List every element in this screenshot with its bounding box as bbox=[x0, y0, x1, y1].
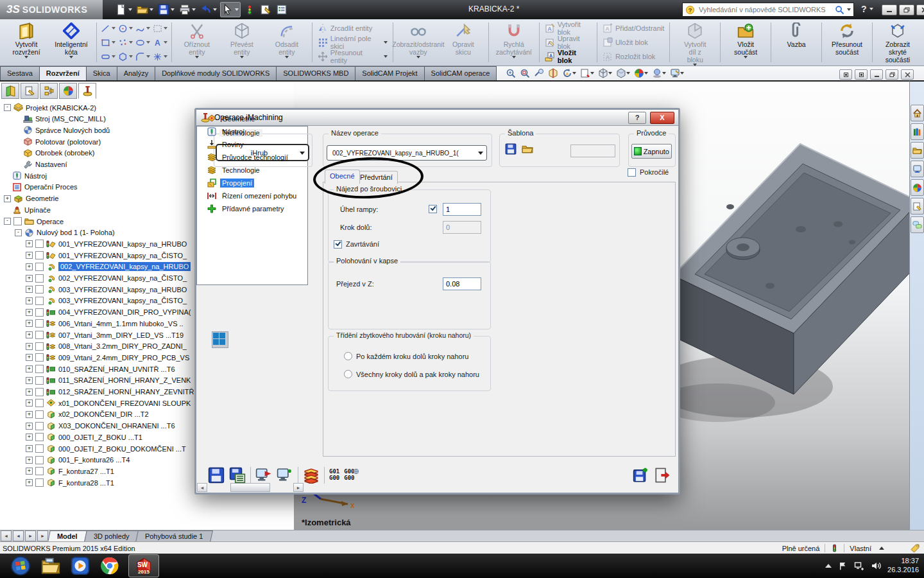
tab-obecne[interactable]: Obecné bbox=[325, 170, 360, 184]
expand-icon[interactable]: + bbox=[26, 389, 33, 396]
tree-item-checkbox[interactable] bbox=[35, 251, 44, 259]
tree-item[interactable]: +Geometrie bbox=[4, 193, 58, 204]
doc-nav-first[interactable]: ◄ bbox=[1, 530, 12, 541]
home-pane-button[interactable] bbox=[911, 105, 924, 121]
expand-icon[interactable]: + bbox=[26, 309, 33, 316]
dropdown-caret-icon[interactable] bbox=[572, 72, 576, 74]
ribbon-button[interactable]: Přesunout entity bbox=[315, 50, 390, 63]
display-style-button[interactable] bbox=[616, 68, 630, 78]
dropdown-caret-icon[interactable] bbox=[146, 55, 150, 58]
ribbon-button[interactable]: Zobrazit/odstranit vazby bbox=[396, 21, 441, 64]
expand-icon[interactable]: + bbox=[26, 275, 33, 282]
dialog-tree-item[interactable]: Nástroj bbox=[198, 125, 246, 138]
chrome-taskbar-icon[interactable] bbox=[100, 556, 119, 575]
doc-tab-pohybov-studie-1[interactable]: Pohybová studie 1 bbox=[136, 530, 213, 542]
tree-item[interactable]: -Nulový bod 1 (1- Poloha) bbox=[15, 227, 115, 238]
tree-item-checkbox[interactable] bbox=[35, 422, 44, 430]
tree-item[interactable]: +001_F_kontura26 ...T4 bbox=[26, 455, 130, 466]
tree-item[interactable]: +004_VYFREZOVANI_DIR_PRO_VYPINA( bbox=[26, 307, 191, 318]
tab-anal-zy[interactable]: Analýzy bbox=[117, 66, 156, 80]
dropdown-caret-icon[interactable] bbox=[235, 8, 239, 11]
save-button[interactable] bbox=[157, 3, 176, 17]
dropdown-caret-icon[interactable] bbox=[164, 55, 167, 58]
open-button[interactable] bbox=[135, 3, 155, 17]
close-button[interactable] bbox=[916, 4, 924, 15]
expand-icon[interactable]: + bbox=[26, 423, 33, 430]
tree-item[interactable]: +010_SRAŽENÍ_HRAN_UVNITŘ ...T6 bbox=[26, 363, 175, 374]
new-doc-button[interactable] bbox=[114, 3, 133, 17]
shadows-button[interactable] bbox=[652, 68, 666, 78]
appearances-pane-button[interactable] bbox=[911, 179, 924, 196]
annotation-view-button[interactable] bbox=[580, 68, 594, 78]
tree-item[interactable]: Nástroj bbox=[4, 170, 47, 181]
dropdown-caret-icon[interactable] bbox=[146, 27, 150, 30]
expand-icon[interactable]: + bbox=[26, 434, 33, 441]
tree-item-checkbox[interactable] bbox=[35, 456, 44, 464]
tree-item-checkbox[interactable] bbox=[35, 353, 44, 362]
configuration-label[interactable]: Vlastní bbox=[850, 545, 871, 552]
ribbon-button[interactable]: Lineární pole skici bbox=[315, 36, 390, 49]
scene-button[interactable] bbox=[634, 68, 648, 78]
ribbon-button[interactable]: Přesunout součást bbox=[825, 21, 869, 64]
ribbon-button[interactable]: AUpravit blok bbox=[542, 36, 594, 49]
ribbon-button[interactable]: Vložit součást bbox=[723, 21, 768, 64]
minimize-button[interactable] bbox=[882, 4, 897, 15]
resources-pane-button[interactable] bbox=[911, 123, 924, 140]
dropdown-caret-icon[interactable] bbox=[195, 56, 199, 58]
dropdown-caret-icon[interactable] bbox=[150, 8, 153, 11]
spline-tool[interactable] bbox=[134, 21, 151, 35]
tree-item[interactable]: Polotovar (polotovar) bbox=[15, 136, 101, 147]
expand-icon[interactable]: + bbox=[26, 331, 33, 338]
ramp-angle-field[interactable] bbox=[443, 203, 481, 216]
ramp-angle-checkbox[interactable] bbox=[429, 205, 437, 213]
doc-nav-last[interactable]: ► bbox=[37, 530, 48, 541]
ribbon-button[interactable]: AVytvořit blok bbox=[542, 22, 594, 35]
expand-icon[interactable]: + bbox=[26, 377, 33, 384]
tree-item-checkbox[interactable] bbox=[35, 274, 44, 283]
tree-item-checkbox[interactable] bbox=[35, 399, 44, 407]
tree-item-checkbox[interactable] bbox=[35, 297, 44, 305]
helical-drill-checkbox[interactable] bbox=[334, 240, 342, 249]
expand-icon[interactable]: + bbox=[26, 286, 33, 293]
exit-button[interactable] bbox=[654, 467, 671, 484]
media-player-taskbar-icon[interactable] bbox=[71, 556, 90, 575]
network-icon[interactable] bbox=[854, 561, 864, 571]
template-save-icon[interactable] bbox=[505, 143, 517, 155]
ribbon-button[interactable]: Uložit blok bbox=[600, 36, 667, 49]
points-tool[interactable] bbox=[117, 35, 134, 49]
dropdown-caret-icon[interactable] bbox=[590, 72, 594, 74]
tree-item[interactable]: +F_kontura27 ...T1 bbox=[26, 466, 114, 477]
expand-icon[interactable]: + bbox=[26, 263, 33, 270]
explorer-taskbar-icon[interactable] bbox=[41, 556, 60, 575]
tree-item[interactable]: +001_VYFREZOVANI_kapsy_na_ČISTO_ bbox=[26, 250, 187, 261]
tree-item-checkbox[interactable] bbox=[35, 331, 44, 339]
custom-properties-pane-button[interactable] bbox=[911, 198, 924, 215]
dropdown-caret-icon[interactable] bbox=[662, 72, 666, 74]
solidcam-manager-tab[interactable] bbox=[78, 83, 96, 99]
tree-item[interactable]: Operační Proces bbox=[4, 182, 78, 193]
simulate-button[interactable] bbox=[303, 467, 320, 484]
polygon-tool[interactable] bbox=[117, 49, 134, 64]
dropdown-caret-icon[interactable] bbox=[112, 27, 116, 30]
undo-button[interactable] bbox=[199, 3, 218, 17]
tree-item[interactable]: +002_VYFREZOVANI_kapsy_na_ČISTO_ bbox=[26, 273, 187, 284]
tree-item[interactable]: -Operace bbox=[4, 216, 64, 227]
expand-icon[interactable]: + bbox=[26, 343, 33, 350]
sort-option-2-radio[interactable] bbox=[344, 370, 352, 378]
operation-name-combo[interactable]: 002_VYFREZOVANI_kapsy_na_HRUBO_1( bbox=[327, 145, 487, 161]
calc-add-button[interactable] bbox=[277, 467, 293, 484]
imachining-grid-icon[interactable] bbox=[212, 331, 228, 348]
save-button[interactable] bbox=[208, 467, 225, 484]
slot-tool[interactable] bbox=[99, 49, 117, 64]
dropdown-caret-icon[interactable] bbox=[164, 41, 167, 44]
dropdown-caret-icon[interactable] bbox=[384, 41, 388, 44]
ellipse-tool[interactable] bbox=[134, 35, 151, 49]
gcode-generate-label[interactable]: G01 G00 bbox=[329, 469, 339, 482]
tree-item-checkbox[interactable] bbox=[35, 433, 44, 441]
scroll-left-icon[interactable]: ◄ bbox=[197, 483, 207, 492]
tree-item[interactable]: +003_VYFREZOVANI_kapsy_na_HRUBO bbox=[26, 284, 187, 295]
tree-item[interactable]: +000_OJETI_Z_BOKU_DOKOMČENI ...T bbox=[26, 443, 186, 454]
tree-item[interactable]: +001_VYFREZOVANI_kapsy_na_HRUBO bbox=[26, 238, 187, 249]
design-library-pane-button[interactable] bbox=[911, 142, 924, 159]
expand-icon[interactable]: + bbox=[26, 479, 33, 486]
